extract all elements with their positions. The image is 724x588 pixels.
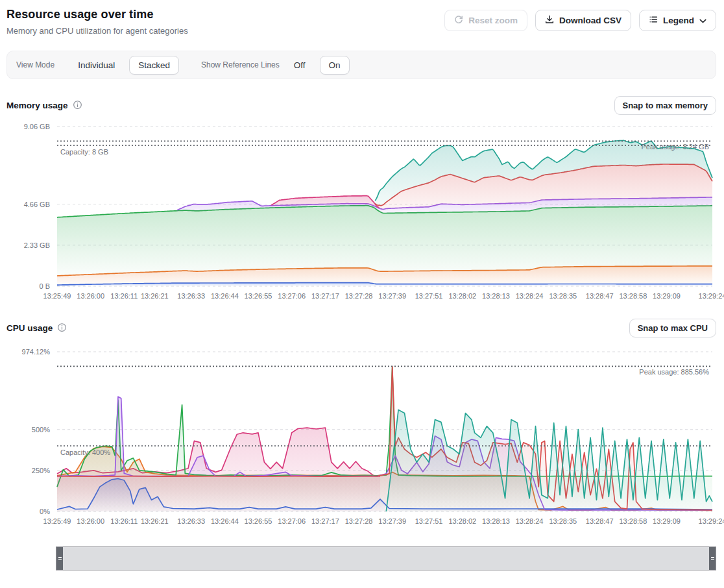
- header: Resource usage over time Memory and CPU …: [6, 8, 716, 36]
- page-subtitle: Memory and CPU utilization for agent cat…: [6, 26, 188, 36]
- svg-text:13:27:39: 13:27:39: [378, 292, 406, 300]
- svg-text:13:28:13: 13:28:13: [482, 292, 510, 300]
- memory-title-text: Memory usage: [6, 101, 68, 110]
- toolbar: Reset zoom Download CSV: [444, 10, 716, 31]
- svg-text:13:28:35: 13:28:35: [549, 517, 577, 525]
- view-mode-label: View Mode: [16, 60, 54, 69]
- svg-text:974.12%: 974.12%: [22, 348, 51, 356]
- page-title: Resource usage over time: [6, 8, 188, 21]
- svg-text:13:26:33: 13:26:33: [177, 292, 205, 300]
- reference-lines-off[interactable]: Off: [285, 56, 315, 75]
- reset-zoom-button[interactable]: Reset zoom: [444, 10, 527, 31]
- svg-text:4.66 GB: 4.66 GB: [24, 201, 50, 208]
- svg-text:13:26:11: 13:26:11: [110, 292, 138, 300]
- info-icon[interactable]: [57, 323, 67, 334]
- svg-text:13:26:55: 13:26:55: [245, 517, 272, 525]
- svg-text:0 B: 0 B: [39, 282, 50, 290]
- chevron-down-icon: [699, 16, 706, 25]
- memory-chart[interactable]: 9.06 GB4.66 GB2.33 GB0 BPeak usage: 8.24…: [6, 120, 719, 310]
- cpu-section-header: CPU usage Snap to max CPU: [6, 319, 716, 337]
- info-icon[interactable]: [73, 100, 82, 112]
- svg-text:13:28:58: 13:28:58: [619, 517, 647, 525]
- cpu-title-text: CPU usage: [6, 323, 53, 333]
- memory-section-header: Memory usage Snap to max memory: [6, 96, 716, 115]
- view-mode-individual[interactable]: Individual: [69, 56, 124, 75]
- svg-text:13:26:33: 13:26:33: [177, 517, 205, 525]
- svg-text:13:28:35: 13:28:35: [549, 292, 577, 300]
- svg-text:13:28:02: 13:28:02: [448, 517, 476, 525]
- view-mode-bar: View Mode Individual Stacked Show Refere…: [6, 51, 716, 79]
- svg-text:13:26:11: 13:26:11: [110, 517, 138, 525]
- svg-text:13:25:49: 13:25:49: [43, 292, 71, 300]
- svg-text:Peak usage: 8.24 GB: Peak usage: 8.24 GB: [641, 143, 709, 151]
- view-mode-stacked[interactable]: Stacked: [129, 56, 179, 75]
- svg-text:13:26:44: 13:26:44: [211, 292, 239, 300]
- svg-text:13:26:55: 13:26:55: [245, 292, 272, 300]
- svg-text:13:28:02: 13:28:02: [448, 292, 476, 300]
- reference-lines-on[interactable]: On: [320, 56, 350, 75]
- svg-text:2.33 GB: 2.33 GB: [24, 241, 50, 249]
- svg-text:13:28:47: 13:28:47: [586, 292, 614, 300]
- snap-to-max-memory-button[interactable]: Snap to max memory: [614, 96, 717, 115]
- svg-text:13:29:24: 13:29:24: [699, 517, 724, 525]
- svg-text:13:27:51: 13:27:51: [415, 517, 443, 525]
- svg-text:Peak usage: 885.56%: Peak usage: 885.56%: [639, 368, 709, 376]
- svg-text:13:28:24: 13:28:24: [516, 292, 544, 300]
- download-csv-button[interactable]: Download CSV: [535, 10, 631, 31]
- cpu-section-title: CPU usage: [6, 323, 67, 334]
- svg-text:13:25:49: 13:25:49: [43, 517, 71, 525]
- brush-right-handle[interactable]: [709, 547, 716, 570]
- brush-left-handle[interactable]: [56, 547, 63, 570]
- svg-text:500%: 500%: [32, 426, 50, 434]
- svg-text:13:28:47: 13:28:47: [586, 517, 614, 525]
- memory-section-title: Memory usage: [6, 100, 82, 112]
- refresh-icon: [454, 15, 463, 26]
- download-icon: [545, 15, 554, 26]
- reset-zoom-label: Reset zoom: [468, 16, 518, 25]
- svg-text:13:27:28: 13:27:28: [345, 292, 373, 300]
- svg-text:13:27:28: 13:27:28: [345, 517, 373, 525]
- svg-text:Capacity: 400%: Capacity: 400%: [60, 448, 110, 456]
- svg-text:13:29:24: 13:29:24: [699, 292, 724, 300]
- svg-text:13:26:00: 13:26:00: [77, 517, 104, 525]
- download-csv-label: Download CSV: [559, 16, 621, 25]
- cpu-chart[interactable]: 974.12%500%250%0%Peak usage: 885.56%Capa…: [6, 343, 719, 535]
- svg-text:250%: 250%: [32, 467, 50, 474]
- legend-button[interactable]: Legend: [639, 10, 716, 31]
- legend-list-icon: [649, 15, 658, 26]
- svg-text:0%: 0%: [40, 508, 50, 515]
- svg-text:13:26:44: 13:26:44: [211, 517, 239, 525]
- svg-text:13:29:09: 13:29:09: [653, 292, 681, 300]
- svg-text:13:27:39: 13:27:39: [378, 517, 406, 525]
- svg-text:9.06 GB: 9.06 GB: [24, 123, 50, 130]
- svg-text:13:28:58: 13:28:58: [619, 292, 647, 300]
- svg-text:13:27:51: 13:27:51: [415, 292, 443, 300]
- page: Resource usage over time Memory and CPU …: [0, 0, 724, 570]
- svg-text:13:29:09: 13:29:09: [653, 517, 681, 525]
- snap-to-max-cpu-button[interactable]: Snap to max CPU: [629, 319, 716, 337]
- reference-lines-label: Show Reference Lines: [201, 60, 280, 69]
- legend-label: Legend: [663, 16, 694, 25]
- svg-text:13:28:24: 13:28:24: [516, 517, 544, 525]
- time-brush[interactable]: [56, 546, 716, 570]
- svg-text:13:28:13: 13:28:13: [482, 517, 510, 525]
- svg-text:13:27:17: 13:27:17: [311, 517, 339, 525]
- header-text: Resource usage over time Memory and CPU …: [6, 8, 188, 36]
- svg-text:13:27:06: 13:27:06: [278, 517, 306, 525]
- svg-text:13:27:17: 13:27:17: [311, 292, 339, 300]
- svg-text:Capacity: 8 GB: Capacity: 8 GB: [60, 148, 108, 156]
- svg-text:13:27:06: 13:27:06: [278, 292, 306, 300]
- svg-text:13:26:21: 13:26:21: [141, 517, 169, 525]
- svg-text:13:26:21: 13:26:21: [141, 292, 169, 300]
- svg-text:13:26:00: 13:26:00: [77, 292, 104, 300]
